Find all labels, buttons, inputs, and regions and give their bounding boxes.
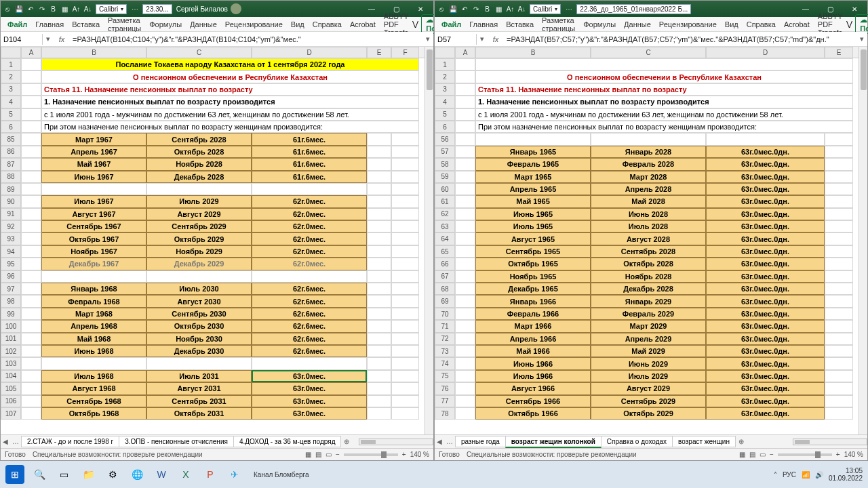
cell[interactable] — [825, 283, 853, 295]
col-header-A[interactable]: A — [21, 47, 41, 58]
cell[interactable]: Ноябрь 1967 — [41, 245, 146, 258]
ribbon-tab-рецензирование[interactable]: Рецензирование — [221, 18, 287, 30]
cell[interactable]: 63г.0мес.0дн. — [706, 146, 825, 158]
grid-body[interactable]: 1Послание Токаева народу Казахстана от 1… — [1, 58, 425, 420]
cell[interactable] — [391, 258, 419, 270]
cell[interactable]: Март 2029 — [591, 320, 706, 332]
cell[interactable]: О пенсионном обеспечении в Республике Ка… — [475, 70, 853, 83]
cell[interactable]: Февраль 2028 — [591, 158, 706, 170]
tray-network-icon[interactable]: 📶 — [802, 471, 810, 479]
fx-expand-icon[interactable]: ▾ — [856, 35, 867, 43]
grid-left[interactable]: ABCDEF 1Послание Токаева народу Казахста… — [1, 47, 433, 434]
row-header[interactable]: 61 — [435, 195, 455, 207]
cell[interactable]: Июнь 1968 — [41, 345, 146, 357]
cell[interactable] — [455, 232, 475, 245]
cell[interactable]: Август 2030 — [146, 295, 252, 307]
cell[interactable]: 63г.0мес.0дн. — [706, 208, 825, 220]
sheet-tab[interactable]: возраст женщин — [672, 436, 736, 447]
cell[interactable]: Апрель 1967 — [41, 146, 146, 158]
cell[interactable] — [21, 258, 41, 270]
view-normal-icon[interactable]: ▦ — [739, 451, 745, 458]
cell[interactable] — [21, 183, 41, 195]
row-header[interactable]: 107 — [1, 407, 21, 420]
row-header[interactable]: 103 — [1, 357, 21, 369]
row-header[interactable]: 70 — [435, 308, 455, 320]
cell[interactable] — [21, 83, 41, 96]
sheet-tab[interactable]: возраст жещин колонкой — [505, 436, 601, 448]
cell[interactable] — [391, 283, 419, 295]
tab-nav-more-icon[interactable]: … — [10, 438, 21, 445]
cell[interactable]: Март 1966 — [475, 320, 591, 332]
cell[interactable]: 63г.0мес.0дн. — [706, 258, 825, 270]
cell[interactable]: При этом назначение пенсионных выплат по… — [475, 121, 853, 133]
cell[interactable] — [391, 232, 419, 245]
ribbon-tab-рецензирование[interactable]: Рецензирование — [655, 18, 721, 30]
cell[interactable] — [21, 320, 41, 332]
cell[interactable]: Сентябрь 2028 — [146, 133, 252, 145]
cell[interactable] — [367, 195, 391, 207]
save-icon[interactable]: 💾 — [449, 5, 456, 13]
cell[interactable]: Октябрь 2031 — [146, 407, 252, 420]
cell[interactable]: Июль 2029 — [591, 370, 706, 382]
cell[interactable] — [21, 133, 41, 145]
row-header[interactable]: 102 — [1, 345, 21, 357]
row-header[interactable]: 3 — [1, 83, 21, 96]
fx-icon[interactable]: fx — [54, 35, 70, 43]
row-header[interactable]: 92 — [1, 220, 21, 232]
cell[interactable]: Январь 2029 — [591, 295, 706, 307]
cell[interactable]: 61г.6мес. — [252, 133, 367, 145]
cell[interactable]: Июль 1967 — [41, 195, 146, 207]
cell[interactable] — [455, 382, 475, 394]
cell[interactable]: 62г.6мес. — [252, 320, 367, 332]
minimize-button[interactable]: — — [795, 2, 816, 16]
cell[interactable]: 63г.0мес.0дн. — [706, 183, 825, 195]
cell[interactable] — [455, 58, 475, 70]
tab-nav-prev-icon[interactable]: ◀ — [1, 438, 10, 445]
row-header[interactable]: 1 — [435, 58, 455, 70]
titlebar-left[interactable]: ⎋ 💾 ↶ ↷ B ▦ A↑ A↓ Calibri▾ ⋯ 23.30... Се… — [1, 1, 433, 17]
doc-title[interactable]: 23.30... — [142, 4, 172, 14]
cell[interactable] — [367, 183, 391, 195]
cell[interactable] — [455, 357, 475, 369]
cell[interactable] — [367, 133, 391, 145]
view-break-icon[interactable]: ▭ — [326, 451, 332, 458]
cell[interactable]: Август 2031 — [146, 382, 252, 394]
cell[interactable]: Сентябрь 1965 — [475, 245, 591, 258]
cell[interactable]: Июль 2031 — [146, 370, 252, 382]
cell[interactable]: 62г.0мес. — [252, 220, 367, 232]
col-header-B[interactable]: B — [475, 47, 591, 58]
cell[interactable]: 62г.6мес. — [252, 345, 367, 357]
select-all-corner[interactable] — [1, 47, 21, 58]
row-header[interactable]: 76 — [435, 382, 455, 394]
cell[interactable]: Декабрь 1965 — [475, 283, 591, 295]
row-header[interactable]: 58 — [435, 158, 455, 170]
cell[interactable]: 62г.0мес. — [252, 208, 367, 220]
cell[interactable]: 63г.0мес.0дн. — [706, 357, 825, 369]
cell[interactable] — [252, 357, 367, 369]
cell[interactable]: Август 2028 — [591, 232, 706, 245]
row-header[interactable]: 91 — [1, 208, 21, 220]
cell[interactable]: Июнь 1967 — [41, 171, 146, 183]
cell[interactable] — [146, 183, 252, 195]
cell[interactable] — [455, 407, 475, 420]
cell[interactable] — [825, 357, 853, 369]
cell[interactable]: Сентябрь 2030 — [146, 308, 252, 320]
zoom-value[interactable]: 140 % — [410, 451, 429, 458]
sheet-tab[interactable]: 4.ДОХОД - за 36 м-цев подряд — [233, 436, 342, 447]
row-header[interactable]: 4 — [435, 96, 455, 108]
row-header[interactable]: 2 — [1, 70, 21, 83]
cell[interactable]: 62г.0мес. — [252, 232, 367, 245]
ribbon-tab-acrobat[interactable]: Acrobat — [780, 18, 814, 30]
cell[interactable] — [455, 96, 475, 108]
formula-input[interactable]: =РАЗНДАТ(B57;C57;"y")&"г."&РАЗНДАТ(B57;C… — [504, 34, 856, 45]
cell[interactable] — [825, 245, 853, 258]
task-view-icon[interactable]: ▭ — [54, 465, 73, 484]
cell[interactable]: Июнь 1965 — [475, 208, 591, 220]
cell[interactable] — [146, 357, 252, 369]
cell[interactable] — [21, 407, 41, 420]
cell[interactable] — [825, 183, 853, 195]
cell[interactable] — [455, 295, 475, 307]
cell[interactable] — [455, 370, 475, 382]
powerpoint-icon[interactable]: P — [201, 465, 220, 484]
col-header-C[interactable]: C — [591, 47, 706, 58]
